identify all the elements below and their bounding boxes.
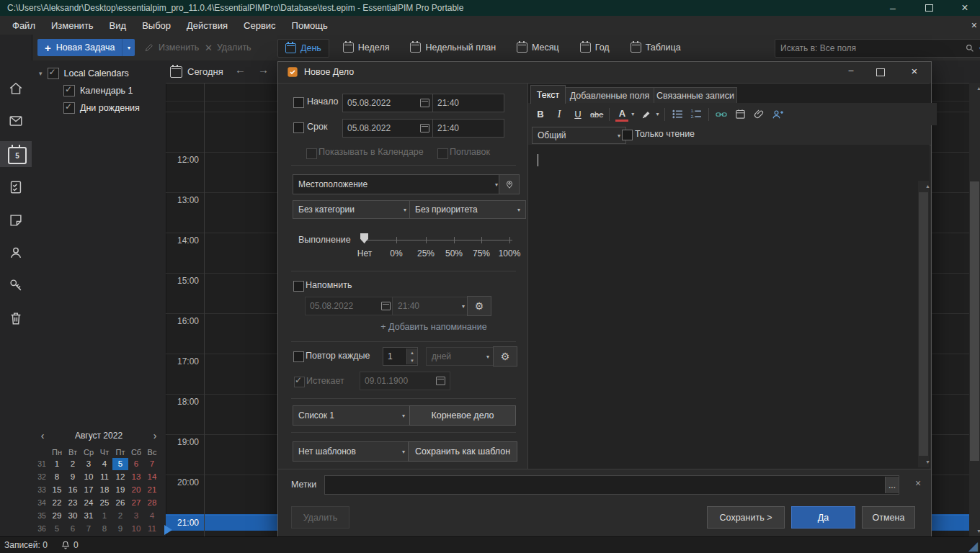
scroll-up-icon[interactable]: ▲	[974, 83, 980, 94]
view-week[interactable]: Неделя	[336, 39, 397, 56]
mini-day[interactable]: 9	[112, 523, 128, 535]
expires-date-input[interactable]: 09.01.1900	[360, 372, 450, 390]
view-day[interactable]: День	[277, 39, 329, 58]
paragraph-style-combo[interactable]: Общий▾	[532, 127, 626, 144]
save-template-button[interactable]: Сохранить как шаблон	[408, 441, 517, 462]
repeat-checkbox[interactable]	[293, 351, 304, 362]
mini-day[interactable]: 11	[144, 523, 160, 535]
list-combo[interactable]: Список 1▾	[293, 405, 411, 426]
underline-button[interactable]: U	[571, 107, 584, 122]
new-task-dropdown[interactable]: ▾	[122, 39, 135, 56]
repeat-interval-stepper[interactable]: 1 ▲▼	[383, 347, 418, 366]
due-checkbox[interactable]	[293, 122, 304, 133]
tree-item-birthdays[interactable]: Дни рождения	[80, 103, 140, 113]
menu-select[interactable]: Выбор	[134, 20, 179, 31]
bullet-list-button[interactable]	[671, 107, 684, 122]
readonly-checkbox[interactable]	[622, 130, 633, 140]
scrollbar-thumb[interactable]	[970, 181, 979, 461]
repeat-unit-combo[interactable]: дней▾	[426, 347, 495, 366]
mini-day[interactable]: 2	[65, 458, 81, 470]
mini-day[interactable]: 27	[128, 497, 144, 509]
mini-day[interactable]: 18	[97, 484, 112, 496]
insert-date-button[interactable]	[734, 107, 747, 122]
priority-combo[interactable]: Без приоритета▾	[409, 200, 526, 219]
menu-close-icon[interactable]: ×	[971, 19, 977, 31]
scroll-up-icon[interactable]: ▲	[922, 181, 933, 192]
minimize-button[interactable]: –	[881, 0, 905, 16]
calendar-module-icon[interactable]: 5	[8, 147, 27, 164]
mini-day[interactable]: 16	[65, 484, 81, 496]
numbered-list-button[interactable]: 1.2.	[690, 107, 703, 122]
mini-day[interactable]: 31	[81, 510, 97, 522]
edit-button[interactable]: Изменить	[144, 39, 199, 56]
remind-date-input[interactable]: 05.08.2022	[305, 297, 396, 315]
dialog-maximize-button[interactable]	[876, 68, 885, 78]
location-map-button[interactable]	[499, 174, 520, 194]
date-picker-icon[interactable]	[420, 99, 429, 107]
mini-day[interactable]: 1	[97, 510, 112, 522]
completion-slider-track[interactable]	[361, 240, 512, 240]
mini-day[interactable]: 23	[65, 497, 81, 509]
strikethrough-button[interactable]: abe	[590, 107, 603, 122]
scroll-down-icon[interactable]: ▼	[922, 457, 933, 467]
due-time-input[interactable]: 21:40	[432, 119, 504, 138]
tab-related-items[interactable]: Связанные записи	[654, 87, 737, 104]
completion-slider-thumb[interactable]	[360, 233, 368, 243]
tree-root-label[interactable]: Local Calendars	[64, 68, 129, 78]
stepper-down-icon[interactable]: ▼	[407, 356, 417, 364]
mini-day[interactable]: 25	[97, 497, 112, 509]
today-button[interactable]: Сегодня	[170, 63, 223, 80]
delete-button[interactable]: ✕ Удалить	[205, 39, 251, 56]
font-color-button[interactable]: A	[615, 107, 628, 122]
mini-day[interactable]: 22	[49, 497, 65, 509]
dialog-title-bar[interactable]: Новое Дело – ×	[278, 62, 930, 84]
dialog-minimize-button[interactable]: –	[843, 66, 859, 76]
mini-day[interactable]: 2	[112, 510, 128, 522]
mail-icon[interactable]	[8, 113, 24, 129]
mini-day[interactable]: 10	[128, 523, 144, 535]
resize-grip-icon[interactable]: ◢	[968, 540, 978, 553]
mini-day[interactable]: 6	[128, 458, 144, 470]
contacts-icon[interactable]	[8, 245, 24, 261]
notes-icon[interactable]	[8, 212, 24, 228]
reminder-settings-button[interactable]: ⚙	[467, 296, 491, 316]
home-icon[interactable]	[8, 81, 24, 96]
dialog-save-button[interactable]: Сохранить >	[707, 506, 785, 529]
remind-checkbox[interactable]	[293, 281, 304, 292]
next-month-icon[interactable]: ›	[150, 430, 160, 441]
category-combo[interactable]: Без категории▾	[293, 200, 412, 219]
start-time-input[interactable]: 21:40	[432, 94, 504, 112]
menu-view[interactable]: Вид	[102, 20, 135, 31]
mini-day[interactable]: 4	[144, 510, 160, 522]
mini-day[interactable]: 3	[128, 510, 144, 522]
view-table[interactable]: Таблица	[623, 39, 688, 56]
float-checkbox[interactable]	[437, 148, 448, 159]
notifications-bell-icon[interactable]	[61, 540, 71, 550]
highlight-button[interactable]	[640, 107, 653, 122]
mini-day[interactable]: 5	[49, 523, 65, 535]
scrollbar-thumb[interactable]	[919, 192, 928, 456]
mini-day[interactable]: 3	[81, 458, 97, 470]
start-date-input[interactable]: 05.08.2022	[342, 94, 435, 112]
tab-text[interactable]: Текст	[530, 85, 566, 104]
bold-button[interactable]: B	[534, 107, 547, 122]
menu-actions[interactable]: Действия	[179, 20, 236, 31]
date-picker-icon[interactable]	[420, 124, 429, 132]
mini-day[interactable]: 9	[65, 471, 81, 483]
mini-day[interactable]: 7	[144, 458, 160, 470]
scroll-down-icon[interactable]: ▼	[974, 526, 980, 536]
repeat-settings-button[interactable]: ⚙	[493, 346, 517, 367]
tasks-icon[interactable]	[8, 179, 24, 195]
mini-day[interactable]: 17	[81, 484, 97, 496]
maximize-button[interactable]	[917, 0, 941, 16]
mini-day[interactable]: 26	[112, 497, 128, 509]
mini-day[interactable]: 21	[144, 484, 160, 496]
birthdays-checkbox[interactable]	[63, 102, 75, 114]
expires-checkbox[interactable]	[294, 377, 305, 387]
tree-item-calendar1[interactable]: Календарь 1	[80, 86, 133, 96]
mini-day[interactable]: 20	[128, 484, 144, 496]
attach-file-button[interactable]	[752, 107, 765, 122]
mini-day[interactable]: 11	[97, 471, 112, 483]
insert-contact-button[interactable]	[771, 107, 784, 122]
prev-day-icon[interactable]: ←	[235, 63, 246, 76]
